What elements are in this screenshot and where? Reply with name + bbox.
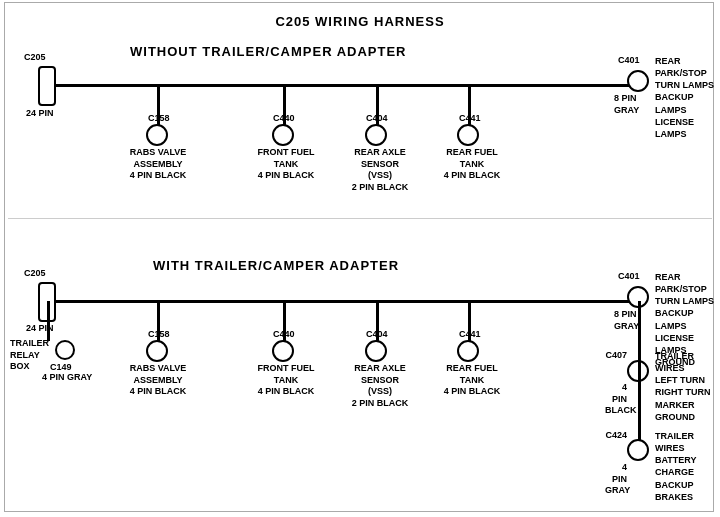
c158-desc-1: RABS VALVEASSEMBLY4 PIN BLACK [126,147,190,182]
c158-circle-1 [146,124,168,146]
c440-circle-2 [272,340,294,362]
c205-rect-1 [38,66,56,106]
c158-id-1: C158 [148,113,170,125]
c441-circle-2 [457,340,479,362]
c440-id-2: C440 [273,329,295,341]
c158-id-2: C158 [148,329,170,341]
c401-label-1: C401 [618,55,640,67]
c440-desc-1: FRONT FUELTANK4 PIN BLACK [254,147,318,182]
c404-desc-1: REAR AXLESENSOR(VSS)2 PIN BLACK [348,147,412,194]
c404-circle-1 [365,124,387,146]
c404-id-2: C404 [366,329,388,341]
c158-desc-2: RABS VALVEASSEMBLY4 PIN BLACK [126,363,190,398]
c401-label-2: C401 [618,271,640,283]
c424-label: TRAILER WIRESBATTERY CHARGEBACKUPBRAKES [655,430,720,503]
c441-circle-1 [457,124,479,146]
vline-c424 [638,360,641,440]
c440-circle-1 [272,124,294,146]
section1-label: WITHOUT TRAILER/CAMPER ADAPTER [130,44,407,59]
c441-desc-2: REAR FUELTANK4 PIN BLACK [440,363,504,398]
c404-circle-2 [365,340,387,362]
c440-id-1: C440 [273,113,295,125]
c404-desc-2: REAR AXLESENSOR(VSS)2 PIN BLACK [348,363,412,410]
c205-label-2: C205 [24,268,46,280]
vline-relay [47,301,50,341]
c407-id: C407 [605,350,627,362]
wire-line-1 [55,84,645,87]
c441-id-2: C441 [459,329,481,341]
c149-pin: 4 PIN GRAY [42,372,92,384]
c158-circle-2 [146,340,168,362]
c401-circle-1 [627,70,649,92]
c401-right-label-1: REAR PARK/STOPTURN LAMPSBACKUP LAMPSLICE… [655,55,720,140]
c205-pin-1: 24 PIN [26,108,54,120]
c424-id: C424 [605,430,627,442]
c205-label-1: C205 [24,52,46,64]
vline-c407 [638,301,641,361]
c149-circle [55,340,75,360]
wire-line-2 [55,300,645,303]
c440-desc-2: FRONT FUELTANK4 PIN BLACK [254,363,318,398]
c401-pin-2: 8 PINGRAY [614,309,639,332]
c424-pin: 4 PINGRAY [605,462,627,497]
diagram-area: C205 WIRING HARNESS WITHOUT TRAILER/CAMP… [0,0,720,500]
c401-pin-1: 8 PINGRAY [614,93,639,116]
c404-id-1: C404 [366,113,388,125]
section2-label: WITH TRAILER/CAMPER ADAPTER [153,258,399,273]
c441-id-1: C441 [459,113,481,125]
c407-label: TRAILER WIRESLEFT TURNRIGHT TURNMARKERGR… [655,350,720,423]
c424-circle [627,439,649,461]
c407-pin: 4 PINBLACK [605,382,627,417]
divider [8,218,712,219]
c441-desc-1: REAR FUELTANK4 PIN BLACK [440,147,504,182]
